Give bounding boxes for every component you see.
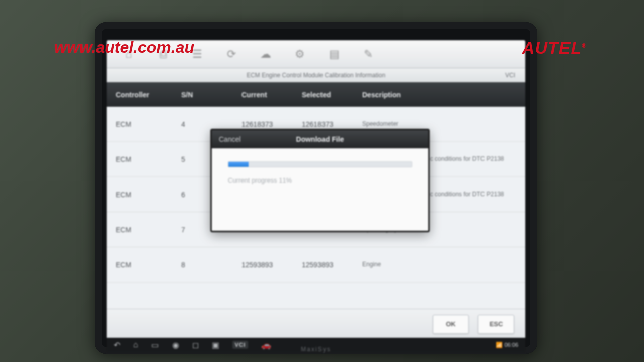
watermark-url: www.autel.com.au	[54, 38, 194, 57]
watermark-logo: AUTEL®	[522, 38, 587, 58]
subtitle-text: ECM Engine Control Module Calibration In…	[107, 72, 525, 79]
vci-badge[interactable]: VCI	[232, 341, 248, 349]
col-selected: Selected	[298, 90, 358, 99]
cloud-icon[interactable]: ☁	[259, 47, 273, 61]
col-current: Current	[237, 90, 298, 99]
subtitle-bar: ECM Engine Control Module Calibration In…	[107, 68, 525, 82]
back-icon[interactable]: ↶	[114, 340, 120, 350]
col-description: Description	[358, 90, 520, 99]
footer: OK ESC	[107, 309, 525, 339]
clock: 📶 06:06	[496, 342, 518, 348]
camera-icon[interactable]: ◻	[192, 340, 199, 350]
col-controller: Controller	[112, 90, 177, 99]
nav-home-icon[interactable]: ⌂	[133, 340, 138, 349]
refresh-icon[interactable]: ⟳	[224, 47, 238, 61]
gear-icon[interactable]: ⚙	[293, 47, 307, 61]
col-sn: S/N	[177, 90, 237, 99]
car-icon[interactable]: 🚗	[261, 340, 271, 350]
app-icon[interactable]: ▣	[212, 340, 219, 350]
ok-button[interactable]: OK	[433, 315, 469, 334]
progress-fill	[228, 162, 249, 167]
recent-icon[interactable]: ▭	[151, 340, 159, 350]
tablet-frame: ⌂ ⎙ ☰ ⟳ ☁ ⚙ ▤ ✎ ECM Engine Control Modul…	[95, 22, 537, 354]
progress-bar	[228, 161, 412, 167]
progress-label: Current progress 11%	[228, 176, 412, 184]
edit-icon[interactable]: ✎	[361, 47, 375, 61]
download-dialog: Cancel Download File Current progress 11…	[210, 129, 430, 232]
esc-button[interactable]: ESC	[478, 315, 514, 334]
column-header: Controller S/N Current Selected Descript…	[107, 82, 525, 107]
screen: ⌂ ⎙ ☰ ⟳ ☁ ⚙ ▤ ✎ ECM Engine Control Modul…	[107, 40, 525, 339]
table-row[interactable]: ECM 8 12593893 12593893 Engine	[107, 247, 525, 283]
dialog-titlebar: Cancel Download File	[212, 130, 428, 148]
device-brand: MaxiSys	[301, 346, 331, 353]
dialog-title: Download File	[212, 135, 428, 143]
browser-icon[interactable]: ◉	[172, 340, 179, 350]
save-icon[interactable]: ▤	[327, 47, 341, 61]
